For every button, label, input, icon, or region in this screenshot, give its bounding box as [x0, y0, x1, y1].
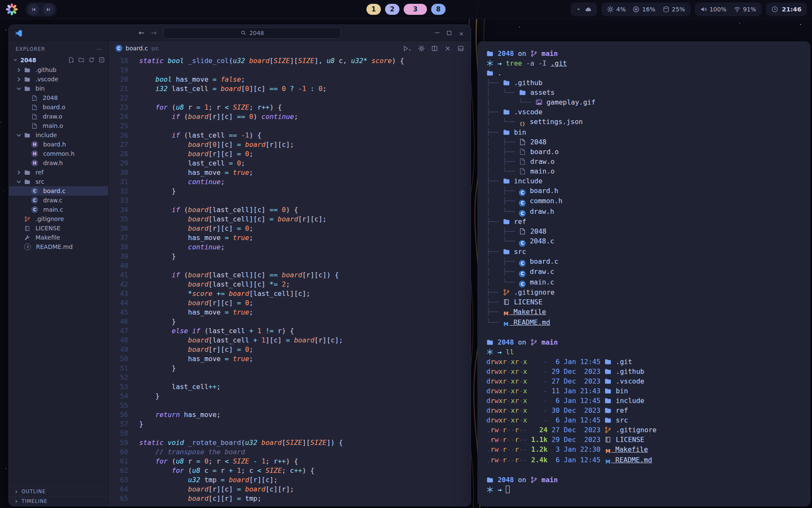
- explorer-item-main.o[interactable]: main.o: [9, 121, 108, 130]
- code-line[interactable]: 46 }: [109, 317, 471, 326]
- explorer-item-.gitignore[interactable]: .gitignore: [9, 214, 108, 224]
- code-line[interactable]: 22: [109, 94, 471, 103]
- code-line[interactable]: 63 u32 tmp = board[r][c];: [109, 475, 471, 485]
- explorer-item-src[interactable]: src: [9, 177, 108, 186]
- code-line[interactable]: 28 board[r][c] = 0;: [109, 149, 471, 159]
- code-line[interactable]: 38 continue;: [109, 243, 471, 252]
- explorer-item-.vscode[interactable]: .vscode: [9, 75, 108, 84]
- explorer-item-2048[interactable]: 2048: [9, 93, 108, 102]
- code-line[interactable]: 45 has_move = true;: [109, 308, 471, 317]
- code-line[interactable]: 36 board[r][c] = 0;: [109, 224, 471, 233]
- weather-widget[interactable]: [571, 3, 597, 16]
- code-line[interactable]: 24 if (board[r][c] == 0) continue;: [109, 112, 471, 121]
- explorer-item-board.h[interactable]: Hboard.h: [9, 140, 108, 149]
- explorer-root-folder[interactable]: 2048: [9, 55, 108, 65]
- distro-logo-icon[interactable]: [5, 3, 19, 16]
- collapse-folders-button[interactable]: [99, 57, 105, 63]
- code-line[interactable]: 49 board[r][c] = 0;: [109, 345, 471, 354]
- explorer-item-ref[interactable]: ref: [9, 168, 108, 177]
- code-line[interactable]: 50 has_move = true;: [109, 354, 471, 364]
- code-line[interactable]: 58: [109, 429, 471, 438]
- sidebar-section-outline[interactable]: OUTLINE: [9, 486, 108, 496]
- explorer-item-draw.o[interactable]: draw.o: [9, 112, 108, 121]
- explorer-item-main.c[interactable]: Cmain.c: [9, 205, 108, 214]
- code-line[interactable]: 26 if (last_cell == -1) {: [109, 131, 471, 140]
- code-line[interactable]: 23 for (u8 r = 1; r < SIZE; r++) {: [109, 103, 471, 112]
- code-line[interactable]: 43 *score += board[last_cell][c];: [109, 289, 471, 298]
- refresh-explorer-button[interactable]: [88, 57, 95, 63]
- sidebar-section-timeline[interactable]: TIMELINE: [9, 496, 108, 506]
- code-line[interactable]: 39 }: [109, 252, 471, 261]
- explorer-item-LICENSE[interactable]: LICENSE: [9, 224, 108, 233]
- code-line[interactable]: 19: [109, 66, 471, 75]
- media-prev-button[interactable]: [28, 4, 39, 15]
- explorer-item-draw.h[interactable]: Hdraw.h: [9, 158, 108, 168]
- workspace-3[interactable]: 3: [404, 4, 427, 15]
- code-line[interactable]: 65 board[c][r] = tmp;: [109, 494, 471, 503]
- history-forward-button[interactable]: →: [151, 29, 156, 37]
- code-line[interactable]: 48 board[last_cell + 1][c] = board[r][c]…: [109, 336, 471, 345]
- code-line[interactable]: 59static void _rotate_board(u32 board[SI…: [109, 438, 471, 447]
- new-file-button[interactable]: [68, 57, 74, 63]
- code-line[interactable]: 18static bool _slide_col(u32 board[SIZE]…: [109, 56, 471, 66]
- explorer-item-board.c[interactable]: Cboard.c: [9, 186, 108, 196]
- tab-board-c[interactable]: C board.c src: [115, 45, 159, 52]
- code-line[interactable]: 21 i32 last_cell = board[0][c] == 0 ? -1…: [109, 84, 471, 94]
- explorer-item-board.o[interactable]: board.o: [9, 102, 108, 112]
- code-line[interactable]: 30 has_move = true;: [109, 168, 471, 177]
- code-line[interactable]: 34 if (board[last_cell][c] == 0) {: [109, 205, 471, 215]
- code-line[interactable]: 55: [109, 401, 471, 410]
- history-back-button[interactable]: ←: [139, 29, 144, 37]
- code-line[interactable]: 41 if (board[last_cell][c] == board[r][c…: [109, 271, 471, 280]
- code-line[interactable]: 52: [109, 373, 471, 382]
- vscode-window[interactable]: ← → 2048 EXPLORER ⋯: [8, 25, 471, 506]
- code-line[interactable]: 40: [109, 261, 471, 271]
- code-line[interactable]: 37 has_move = true;: [109, 233, 471, 243]
- toggle-panel-button[interactable]: [458, 45, 464, 52]
- settings-gear-icon[interactable]: [418, 45, 425, 52]
- maximize-button[interactable]: [447, 31, 451, 35]
- explorer-item-README.md[interactable]: iREADME.md: [9, 242, 108, 251]
- terminal-window[interactable]: 2048 on main → tree -a -I .git .├── .git…: [477, 41, 810, 506]
- code-line[interactable]: 25: [109, 121, 471, 131]
- code-line[interactable]: 32 }: [109, 187, 471, 196]
- workspace-8[interactable]: 8: [431, 4, 446, 15]
- code-line[interactable]: 61 for (u8 r = 0; r < SIZE - 1; r++) {: [109, 457, 471, 466]
- workspace-2[interactable]: 2: [385, 4, 400, 15]
- code-line[interactable]: 20 bool has_move = false;: [109, 75, 471, 84]
- code-line[interactable]: 53 last_cell++;: [109, 382, 471, 392]
- code-line[interactable]: 42 board[last_cell][c] *= 2;: [109, 280, 471, 289]
- code-line[interactable]: 47 else if (last_cell + 1 != r) {: [109, 326, 471, 336]
- new-folder-button[interactable]: [78, 57, 85, 63]
- code-editor[interactable]: 18static bool _slide_col(u32 board[SIZE]…: [109, 55, 471, 506]
- explorer-item-.github[interactable]: .github: [9, 65, 108, 75]
- media-next-button[interactable]: [43, 4, 54, 15]
- code-line[interactable]: 33: [109, 196, 471, 205]
- explorer-item-Makefile[interactable]: Makefile: [9, 233, 108, 242]
- workspace-1[interactable]: 1: [367, 4, 381, 15]
- code-line[interactable]: 35 board[last_cell][c] = board[r][c];: [109, 215, 471, 224]
- run-file-button[interactable]: [403, 45, 411, 52]
- minimize-button[interactable]: [435, 33, 439, 33]
- code-line[interactable]: 57}: [109, 420, 471, 429]
- code-line[interactable]: 44 board[r][c] = 0;: [109, 298, 471, 308]
- audio-network-widget[interactable]: 100% 91%: [695, 3, 762, 16]
- code-line[interactable]: 29 last_cell = 0;: [109, 159, 471, 168]
- explorer-item-draw.c[interactable]: Cdraw.c: [9, 196, 108, 205]
- code-line[interactable]: 51 }: [109, 364, 471, 373]
- code-line[interactable]: 62 for (u8 c = r + 1; c < SIZE; c++) {: [109, 466, 471, 475]
- close-editor-button[interactable]: [444, 45, 451, 52]
- code-line[interactable]: 64 board[r][c] = board[c][r];: [109, 485, 471, 494]
- code-line[interactable]: 27 board[0][c] = board[r][c];: [109, 140, 471, 149]
- clock-widget[interactable]: 21:46: [766, 3, 807, 16]
- code-line[interactable]: 56 return has_move;: [109, 410, 471, 420]
- explorer-item-common.h[interactable]: Hcommon.h: [9, 149, 108, 158]
- system-stats-widget[interactable]: 4% 16% 25%: [601, 3, 690, 16]
- explorer-more-button[interactable]: ⋯: [97, 46, 102, 52]
- explorer-item-bin[interactable]: bin: [9, 84, 108, 93]
- code-line[interactable]: 60 // transpose the board: [109, 447, 471, 457]
- code-line[interactable]: 31 continue;: [109, 177, 471, 187]
- close-window-button[interactable]: [459, 29, 464, 37]
- explorer-item-include[interactable]: include: [9, 130, 108, 140]
- split-editor-button[interactable]: [431, 45, 438, 52]
